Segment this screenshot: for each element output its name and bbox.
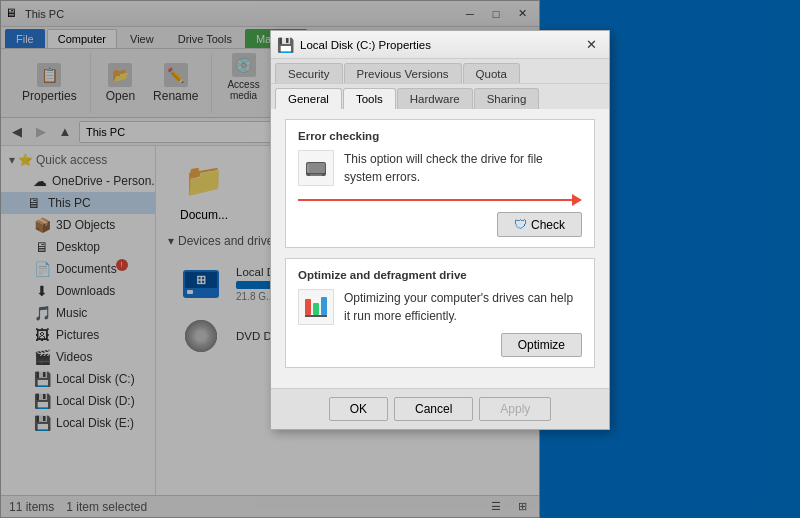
check-button-icon: 🛡 bbox=[514, 217, 527, 232]
dialog-body: Error checking This option will check th… bbox=[271, 109, 609, 388]
dialog-tabs-row2: General Tools Hardware Sharing bbox=[271, 83, 609, 109]
optimize-actions: Optimize bbox=[298, 333, 582, 357]
optimize-section: Optimize and defragment drive Optimizing… bbox=[285, 258, 595, 368]
arrow-line bbox=[298, 199, 572, 201]
optimize-button[interactable]: Optimize bbox=[501, 333, 582, 357]
optimize-desc: Optimizing your computer's drives can he… bbox=[344, 289, 582, 325]
dialog-footer: OK Cancel Apply bbox=[271, 388, 609, 429]
ok-button[interactable]: OK bbox=[329, 397, 388, 421]
check-button-label: Check bbox=[531, 218, 565, 232]
check-button[interactable]: 🛡 Check bbox=[497, 212, 582, 237]
svg-rect-14 bbox=[305, 315, 327, 317]
error-checking-icon-box bbox=[298, 150, 334, 186]
optimize-title: Optimize and defragment drive bbox=[298, 269, 582, 281]
error-checking-desc: This option will check the drive for fil… bbox=[344, 150, 582, 186]
arrow-indicator bbox=[298, 194, 582, 206]
dialog-title-text: Local Disk (C:) Properties bbox=[300, 39, 579, 51]
optimize-row: Optimizing your computer's drives can he… bbox=[298, 289, 582, 325]
dialog-title-icon: 💾 bbox=[277, 37, 294, 53]
dialog-tab-tools[interactable]: Tools bbox=[343, 88, 396, 109]
dialog-tab-general[interactable]: General bbox=[275, 88, 342, 109]
dialog-tab-previous-versions[interactable]: Previous Versions bbox=[344, 63, 462, 84]
error-checking-actions: 🛡 Check bbox=[298, 212, 582, 237]
svg-rect-13 bbox=[321, 297, 327, 315]
svg-rect-12 bbox=[313, 303, 319, 315]
cancel-button[interactable]: Cancel bbox=[394, 397, 473, 421]
svg-rect-11 bbox=[305, 299, 311, 315]
svg-rect-9 bbox=[310, 174, 322, 176]
apply-button[interactable]: Apply bbox=[479, 397, 551, 421]
apply-label: Apply bbox=[500, 402, 530, 416]
dialog-tab-quota[interactable]: Quota bbox=[463, 63, 520, 84]
properties-dialog: 💾 Local Disk (C:) Properties ✕ Security … bbox=[270, 30, 610, 430]
optimize-icon-box bbox=[298, 289, 334, 325]
error-checking-section: Error checking This option will check th… bbox=[285, 119, 595, 248]
arrow-head bbox=[572, 194, 582, 206]
error-checking-row: This option will check the drive for fil… bbox=[298, 150, 582, 186]
svg-rect-8 bbox=[307, 163, 325, 173]
dialog-tab-sharing[interactable]: Sharing bbox=[474, 88, 540, 109]
dialog-tabs: Security Previous Versions Quota bbox=[271, 59, 609, 84]
dialog-title-bar: 💾 Local Disk (C:) Properties ✕ bbox=[271, 31, 609, 59]
dialog-tab-hardware[interactable]: Hardware bbox=[397, 88, 473, 109]
ok-label: OK bbox=[350, 402, 367, 416]
cancel-label: Cancel bbox=[415, 402, 452, 416]
dialog-tab-security[interactable]: Security bbox=[275, 63, 343, 84]
error-checking-title: Error checking bbox=[298, 130, 582, 142]
dialog-close-button[interactable]: ✕ bbox=[579, 34, 603, 56]
optimize-button-label: Optimize bbox=[518, 338, 565, 352]
